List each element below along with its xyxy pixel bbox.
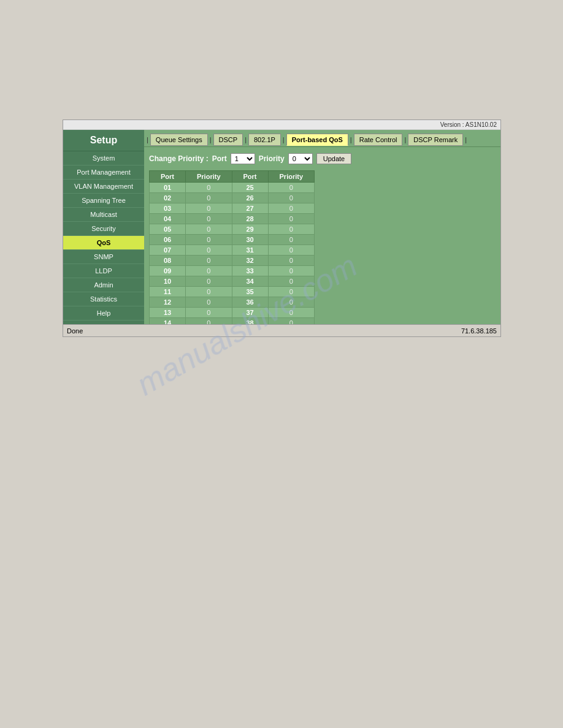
port-select[interactable]: 1 2: [231, 153, 255, 164]
port1-cell: 02: [150, 193, 186, 203]
pri1-cell: 0: [186, 287, 232, 297]
change-priority-label: Change Priority :: [149, 154, 209, 163]
pri2-cell: 0: [268, 266, 315, 276]
pri2-cell: 0: [268, 183, 315, 193]
pri2-cell: 0: [268, 245, 315, 256]
priority-label: Priority: [259, 154, 285, 163]
browser-window: Version : AS1N10.02 Setup System Port Ma…: [63, 119, 501, 337]
port1-cell: 08: [150, 256, 186, 266]
port1-cell: 13: [150, 308, 186, 318]
tab-sep-1: |: [145, 136, 150, 143]
tab-8021p[interactable]: 802.1P: [248, 134, 281, 146]
sidebar-item-lldp[interactable]: LLDP: [63, 264, 144, 278]
port2-cell: 38: [232, 318, 268, 325]
tab-rate-control[interactable]: Rate Control: [354, 134, 403, 146]
sidebar-item-snmp[interactable]: SNMP: [63, 250, 144, 264]
change-priority-row: Change Priority : Port 1 2 Priority 0 1 …: [149, 152, 496, 165]
status-bar: Done 71.6.38.185: [63, 324, 500, 336]
pri2-cell: 0: [268, 193, 315, 203]
table-row: 07 0 31 0: [150, 245, 315, 256]
port1-cell: 10: [150, 276, 186, 287]
pri2-cell: 0: [268, 308, 315, 318]
port-label: Port: [212, 154, 227, 163]
port2-cell: 29: [232, 224, 268, 235]
table-row: 11 0 35 0: [150, 287, 315, 297]
sidebar-item-multicast[interactable]: Multicast: [63, 208, 144, 222]
port2-cell: 35: [232, 287, 268, 297]
update-button[interactable]: Update: [316, 153, 351, 164]
table-row: 12 0 36 0: [150, 297, 315, 308]
pri2-cell: 0: [268, 214, 315, 224]
port1-cell: 05: [150, 224, 186, 235]
port2-cell: 34: [232, 276, 268, 287]
version-bar: Version : AS1N10.02: [63, 120, 500, 130]
pri1-cell: 0: [186, 276, 232, 287]
table-row: 01 0 25 0: [150, 183, 315, 193]
priority-select[interactable]: 0 1 2 3 4 5 6 7: [288, 153, 313, 164]
sidebar-item-spanning-tree[interactable]: Spanning Tree: [63, 194, 144, 208]
tab-sep-4: |: [282, 136, 286, 143]
sidebar-item-qos[interactable]: QoS: [63, 236, 144, 250]
main-content: Change Priority : Port 1 2 Priority 0 1 …: [144, 147, 500, 324]
sidebar-item-help[interactable]: Help: [63, 306, 144, 320]
tab-sep-3: |: [243, 136, 248, 143]
tab-sep-7: |: [464, 136, 468, 143]
port1-cell: 12: [150, 297, 186, 308]
pri1-cell: 0: [186, 266, 232, 276]
pri2-cell: 0: [268, 235, 315, 245]
port2-cell: 25: [232, 183, 268, 193]
sidebar-item-vlan-management[interactable]: VLAN Management: [63, 180, 144, 194]
col-header-priority1: Priority: [186, 171, 232, 183]
sidebar-title: Setup: [63, 130, 144, 151]
sidebar-item-statistics[interactable]: Statistics: [63, 292, 144, 306]
port2-cell: 31: [232, 245, 268, 256]
status-done: Done: [67, 327, 83, 335]
sidebar-item-security[interactable]: Security: [63, 222, 144, 236]
table-row: 13 0 37 0: [150, 308, 315, 318]
tab-sep-5: |: [349, 136, 353, 143]
tab-port-based-qos[interactable]: Port-based QoS: [286, 134, 348, 146]
port1-cell: 06: [150, 235, 186, 245]
status-ip: 71.6.38.185: [461, 327, 497, 335]
table-row: 09 0 33 0: [150, 266, 315, 276]
pri1-cell: 0: [186, 308, 232, 318]
sidebar-item-admin[interactable]: Admin: [63, 278, 144, 292]
pri1-cell: 0: [186, 183, 232, 193]
col-header-port1: Port: [150, 171, 186, 183]
port2-cell: 30: [232, 235, 268, 245]
port1-cell: 11: [150, 287, 186, 297]
pri1-cell: 0: [186, 203, 232, 214]
table-row: 08 0 32 0: [150, 256, 315, 266]
sidebar-item-system[interactable]: System: [63, 151, 144, 165]
tab-dscp-remark[interactable]: DSCP Remark: [408, 134, 463, 146]
port2-cell: 33: [232, 266, 268, 276]
pri2-cell: 0: [268, 297, 315, 308]
port2-cell: 36: [232, 297, 268, 308]
pri2-cell: 0: [268, 256, 315, 266]
port2-cell: 32: [232, 256, 268, 266]
table-row: 06 0 30 0: [150, 235, 315, 245]
port1-cell: 14: [150, 318, 186, 325]
port-table: Port Priority Port Priority 01 0 25 0 02…: [149, 170, 315, 324]
sidebar: Setup System Port Management VLAN Manage…: [63, 130, 144, 324]
pri1-cell: 0: [186, 224, 232, 235]
tab-queue-settings[interactable]: Queue Settings: [150, 134, 208, 146]
port1-cell: 03: [150, 203, 186, 214]
port1-cell: 09: [150, 266, 186, 276]
pri1-cell: 0: [186, 318, 232, 325]
tab-bar: | Queue Settings | DSCP | 802.1P | Port-…: [144, 130, 500, 147]
pri2-cell: 0: [268, 203, 315, 214]
port1-cell: 07: [150, 245, 186, 256]
port1-cell: 01: [150, 183, 186, 193]
tab-dscp[interactable]: DSCP: [213, 134, 243, 146]
port2-cell: 26: [232, 193, 268, 203]
pri1-cell: 0: [186, 245, 232, 256]
port2-cell: 27: [232, 203, 268, 214]
table-row: 05 0 29 0: [150, 224, 315, 235]
pri1-cell: 0: [186, 235, 232, 245]
sidebar-item-port-management[interactable]: Port Management: [63, 165, 144, 180]
pri2-cell: 0: [268, 318, 315, 325]
port2-cell: 28: [232, 214, 268, 224]
col-header-priority2: Priority: [268, 171, 315, 183]
pri1-cell: 0: [186, 193, 232, 203]
